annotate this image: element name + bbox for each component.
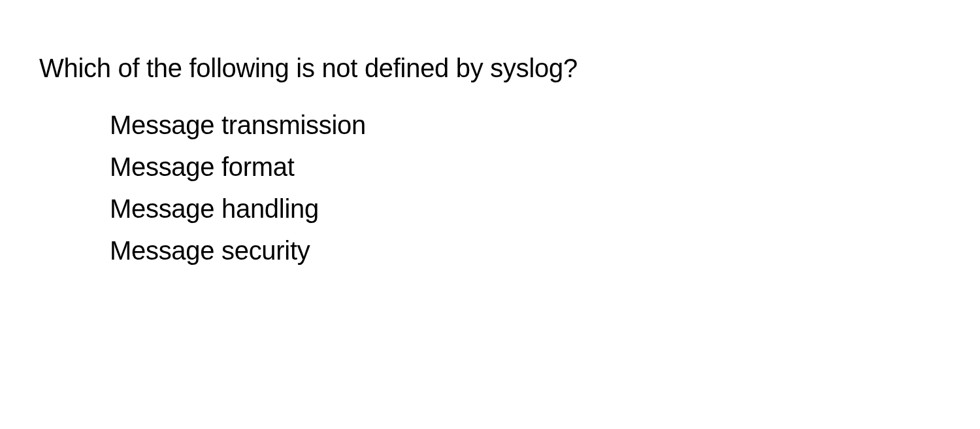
option-2[interactable]: Message format xyxy=(110,146,980,188)
options-list: Message transmission Message format Mess… xyxy=(39,104,980,271)
question-container: Which of the following is not defined by… xyxy=(0,0,980,271)
option-4[interactable]: Message security xyxy=(110,230,980,271)
question-text: Which of the following is not defined by… xyxy=(39,54,980,83)
option-1[interactable]: Message transmission xyxy=(110,104,980,146)
option-3[interactable]: Message handling xyxy=(110,188,980,230)
